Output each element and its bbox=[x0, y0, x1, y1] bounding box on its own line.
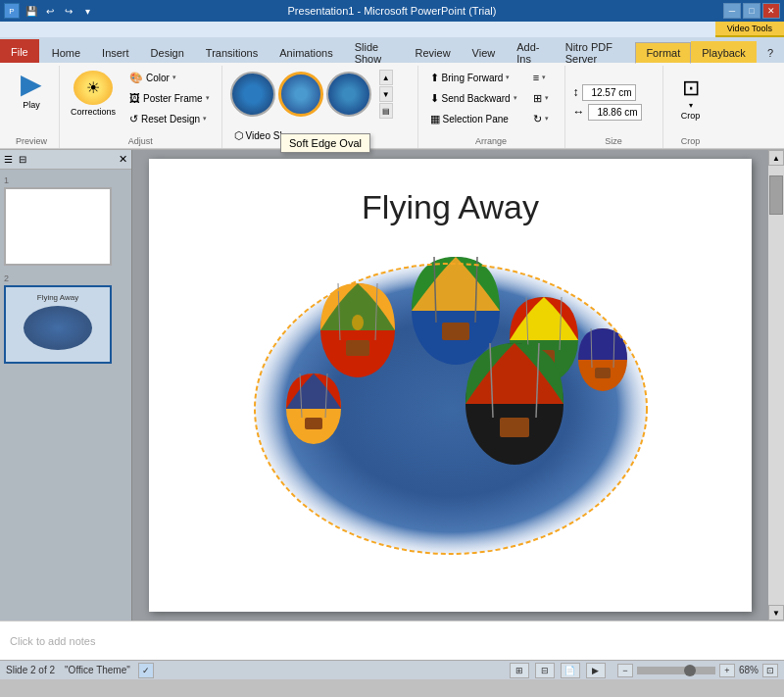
send-backward-button[interactable]: ⬇ Send Backward ▾ bbox=[424, 88, 523, 108]
title-bar-left: P 💾 ↩ ↪ ▾ bbox=[4, 3, 95, 19]
tab-review[interactable]: Review bbox=[405, 41, 462, 63]
scroll-up-btn[interactable]: ▲ bbox=[768, 150, 784, 166]
tab-file[interactable]: File bbox=[0, 39, 39, 63]
height-input[interactable] bbox=[582, 84, 636, 101]
tab-nitropdf[interactable]: Nitro PDF Server bbox=[555, 41, 636, 63]
slide-thumb-1[interactable] bbox=[4, 187, 112, 266]
arrange-col-2: ≡ ▾ ⊞ ▾ ↻ ▾ bbox=[527, 68, 555, 128]
normal-view-btn[interactable]: ⊞ bbox=[510, 663, 529, 678]
slides-toolbar: ☰ ⊟ ✕ bbox=[0, 150, 131, 170]
color-button[interactable]: 🎨 Color ▾ bbox=[123, 68, 216, 87]
zoom-slider[interactable] bbox=[637, 667, 715, 674]
tab-design[interactable]: Design bbox=[140, 41, 195, 63]
spell-check-icon[interactable]: ✓ bbox=[138, 663, 154, 678]
tab-playback[interactable]: Playback bbox=[691, 41, 757, 63]
tab-addins[interactable]: Add-Ins bbox=[506, 41, 554, 63]
width-input[interactable] bbox=[588, 104, 642, 121]
gallery-item-3[interactable] bbox=[326, 72, 371, 117]
preview-group-content: ▶ Play bbox=[10, 68, 53, 146]
zoom-out-btn[interactable]: − bbox=[617, 664, 633, 677]
gallery-expand[interactable]: ▤ bbox=[379, 103, 393, 119]
customize-quick-btn[interactable]: ▾ bbox=[79, 3, 95, 19]
theme-name: "Office Theme" bbox=[65, 665, 130, 675]
poster-dropdown-arrow: ▾ bbox=[206, 94, 210, 102]
svg-rect-3 bbox=[346, 340, 369, 356]
width-row: ↔ bbox=[573, 104, 642, 121]
gallery-item-2[interactable] bbox=[278, 72, 323, 117]
height-row: ↕ bbox=[573, 84, 636, 101]
slide-thumb-2[interactable]: Flying Away bbox=[4, 285, 112, 364]
slide-sorter-btn[interactable]: ⊟ bbox=[535, 663, 555, 678]
arrange-title: Arrange bbox=[418, 136, 564, 146]
crop-icon: ⊡ bbox=[682, 77, 700, 99]
zoom-level: 68% bbox=[739, 665, 759, 675]
height-icon: ↕ bbox=[573, 85, 579, 99]
svg-rect-6 bbox=[442, 323, 469, 340]
scroll-track[interactable] bbox=[768, 166, 784, 605]
reset-design-button[interactable]: ↺ Reset Design ▾ bbox=[123, 109, 216, 128]
maximize-btn[interactable]: □ bbox=[743, 3, 760, 19]
poster-frame-button[interactable]: 🖼 Poster Frame ▾ bbox=[123, 88, 216, 108]
undo-quick-btn[interactable]: ↩ bbox=[42, 3, 58, 19]
play-button[interactable]: ▶ Play bbox=[10, 68, 53, 113]
corrections-button[interactable]: ☀ Corrections bbox=[66, 68, 121, 120]
close-btn[interactable]: ✕ bbox=[762, 3, 780, 19]
zoom-in-btn[interactable]: + bbox=[719, 664, 735, 677]
fit-slide-btn[interactable]: ⊡ bbox=[762, 664, 778, 677]
scroll-down-btn[interactable]: ▼ bbox=[768, 605, 784, 621]
crop-group-content: ⊡ ▾ Crop bbox=[669, 68, 712, 146]
slideshow-btn[interactable]: ▶ bbox=[586, 663, 606, 678]
tab-view[interactable]: View bbox=[462, 41, 507, 63]
tab-format[interactable]: Format bbox=[635, 42, 691, 64]
main-area: ☰ ⊟ ✕ 1 2 Flying Away bbox=[0, 150, 784, 621]
align-button[interactable]: ≡ ▾ bbox=[527, 68, 555, 87]
tab-help[interactable]: ? bbox=[757, 41, 784, 63]
crop-label: Crop bbox=[681, 111, 701, 121]
send-backward-label: Send Backward bbox=[442, 93, 511, 104]
notes-placeholder: Click to add notes bbox=[10, 635, 95, 647]
minimize-btn[interactable]: ─ bbox=[723, 3, 741, 19]
zoom-thumb[interactable] bbox=[684, 665, 696, 676]
rotate-button[interactable]: ↻ ▾ bbox=[527, 109, 555, 128]
corrections-icon: ☀ bbox=[74, 71, 113, 105]
tab-insert[interactable]: Insert bbox=[91, 41, 140, 63]
slide-title: Flying Away bbox=[149, 188, 752, 226]
reading-view-btn[interactable]: 📄 bbox=[561, 663, 580, 678]
preview-title: Preview bbox=[4, 136, 59, 146]
slide-canvas-area[interactable]: Flying Away bbox=[132, 150, 768, 621]
close-panel-btn[interactable]: ✕ bbox=[119, 153, 127, 166]
preview-group: ▶ Play Preview bbox=[4, 66, 60, 148]
gallery-scroll-up[interactable]: ▲ bbox=[379, 70, 393, 85]
send-backward-arrow: ▾ bbox=[514, 94, 517, 102]
rotate-arrow: ▾ bbox=[545, 115, 549, 123]
save-quick-btn[interactable]: 💾 bbox=[24, 3, 39, 19]
crop-button[interactable]: ⊡ ▾ Crop bbox=[669, 68, 712, 124]
crop-dropdown-arrow: ▾ bbox=[689, 101, 693, 110]
bring-forward-button[interactable]: ⬆ Bring Forward ▾ bbox=[424, 68, 523, 87]
gallery-item-1[interactable] bbox=[230, 72, 275, 117]
rotate-icon: ↻ bbox=[533, 113, 542, 125]
gallery-scroll: ▲ ▼ ▤ bbox=[377, 70, 395, 119]
poster-frame-icon: 🖼 bbox=[129, 92, 140, 104]
slide-num-1: 1 bbox=[4, 175, 127, 185]
size-group-content: ↕ ↔ bbox=[571, 68, 657, 146]
slide-panel-item-2: 2 Flying Away bbox=[4, 274, 127, 364]
tab-transitions[interactable]: Transitions bbox=[195, 41, 269, 63]
selection-pane-button[interactable]: ▦ Selection Pane bbox=[424, 109, 523, 128]
gallery-scroll-down[interactable]: ▼ bbox=[379, 86, 393, 102]
gallery-items bbox=[228, 68, 373, 121]
tooltip: Soft Edge Oval bbox=[280, 133, 370, 153]
group-button[interactable]: ⊞ ▾ bbox=[527, 88, 555, 108]
tab-home[interactable]: Home bbox=[41, 41, 91, 63]
app-window: P 💾 ↩ ↪ ▾ Presentation1 - Microsoft Powe… bbox=[0, 0, 784, 697]
tab-slideshow[interactable]: Slide Show bbox=[344, 41, 405, 63]
reset-label: Reset Design bbox=[141, 114, 200, 124]
tab-animations[interactable]: Animations bbox=[269, 41, 343, 63]
group-arrow: ▾ bbox=[545, 94, 549, 102]
align-icon: ≡ bbox=[533, 72, 539, 83]
notes-area[interactable]: Click to add notes bbox=[0, 621, 784, 660]
arrange-col-1: ⬆ Bring Forward ▾ ⬇ Send Backward ▾ ▦ Se… bbox=[424, 68, 523, 128]
scroll-thumb[interactable] bbox=[769, 175, 783, 215]
video-frame[interactable] bbox=[240, 252, 662, 566]
redo-quick-btn[interactable]: ↪ bbox=[61, 3, 76, 19]
